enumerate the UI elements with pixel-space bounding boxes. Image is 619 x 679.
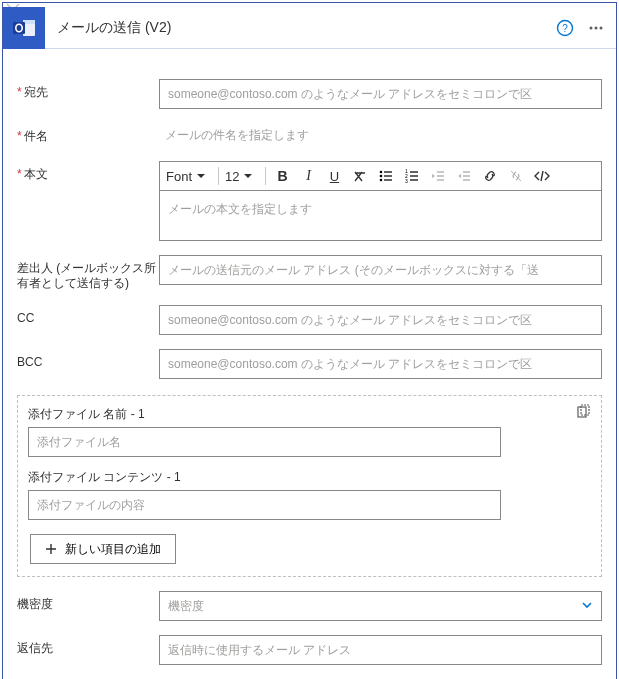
cc-label: CC xyxy=(17,305,159,326)
body-label: 本文 xyxy=(17,161,159,182)
svg-point-11 xyxy=(380,179,383,182)
card-title: メールの送信 (V2) xyxy=(45,19,548,37)
from-label: 差出人 (メールボックス所有者として送信する) xyxy=(17,255,159,291)
more-menu-button[interactable] xyxy=(582,11,616,45)
subject-input[interactable] xyxy=(159,123,602,147)
body-input[interactable]: メールの本文を指定します xyxy=(159,191,602,241)
code-view-icon[interactable] xyxy=(532,166,552,186)
italic-icon[interactable]: I xyxy=(298,166,318,186)
svg-point-7 xyxy=(595,26,598,29)
bcc-input[interactable] xyxy=(159,349,602,379)
from-input[interactable] xyxy=(159,255,602,285)
attach-name-input[interactable] xyxy=(28,427,501,457)
switch-array-icon[interactable] xyxy=(575,404,591,420)
to-input[interactable] xyxy=(159,79,602,109)
bold-icon[interactable]: B xyxy=(272,166,292,186)
bcc-label: BCC xyxy=(17,349,159,370)
unlink-icon[interactable] xyxy=(506,166,526,186)
svg-text:3: 3 xyxy=(405,178,408,184)
plus-icon xyxy=(45,543,57,555)
svg-point-10 xyxy=(380,175,383,178)
attach-name-label: 添付ファイル 名前 - 1 xyxy=(28,406,591,423)
replyto-input[interactable] xyxy=(159,635,602,665)
subject-label: 件名 xyxy=(17,123,159,144)
link-icon[interactable] xyxy=(480,166,500,186)
cc-input[interactable] xyxy=(159,305,602,335)
indent-icon[interactable] xyxy=(454,166,474,186)
rich-text-toolbar: Font 12 B I U 123 xyxy=(159,161,602,191)
card-body: 宛先 件名 本文 Font 12 B I U 123 xyxy=(3,49,616,679)
help-button[interactable]: ? xyxy=(548,11,582,45)
add-item-button[interactable]: 新しい項目の追加 xyxy=(30,534,176,564)
underline-icon[interactable]: U xyxy=(324,166,344,186)
to-label: 宛先 xyxy=(17,79,159,100)
svg-point-9 xyxy=(380,171,383,174)
font-select[interactable]: Font xyxy=(166,169,212,184)
svg-point-6 xyxy=(590,26,593,29)
sensitivity-label: 機密度 xyxy=(17,591,159,612)
sensitivity-select[interactable] xyxy=(159,591,602,621)
svg-point-8 xyxy=(600,26,603,29)
outdent-icon[interactable] xyxy=(428,166,448,186)
action-card: メールの送信 (V2) ? 宛先 件名 本文 Font 12 B I U xyxy=(2,2,617,679)
number-list-icon[interactable]: 123 xyxy=(402,166,422,186)
attach-content-input[interactable] xyxy=(28,490,501,520)
svg-text:?: ? xyxy=(562,22,568,33)
strike-icon[interactable] xyxy=(350,166,370,186)
card-header: メールの送信 (V2) ? xyxy=(3,7,616,49)
outlook-icon xyxy=(3,7,45,49)
attachments-group: 添付ファイル 名前 - 1 添付ファイル コンテンツ - 1 新しい項目の追加 xyxy=(17,395,602,577)
replyto-label: 返信先 xyxy=(17,635,159,656)
bullet-list-icon[interactable] xyxy=(376,166,396,186)
font-size-select[interactable]: 12 xyxy=(225,169,259,184)
attach-content-label: 添付ファイル コンテンツ - 1 xyxy=(28,469,591,486)
